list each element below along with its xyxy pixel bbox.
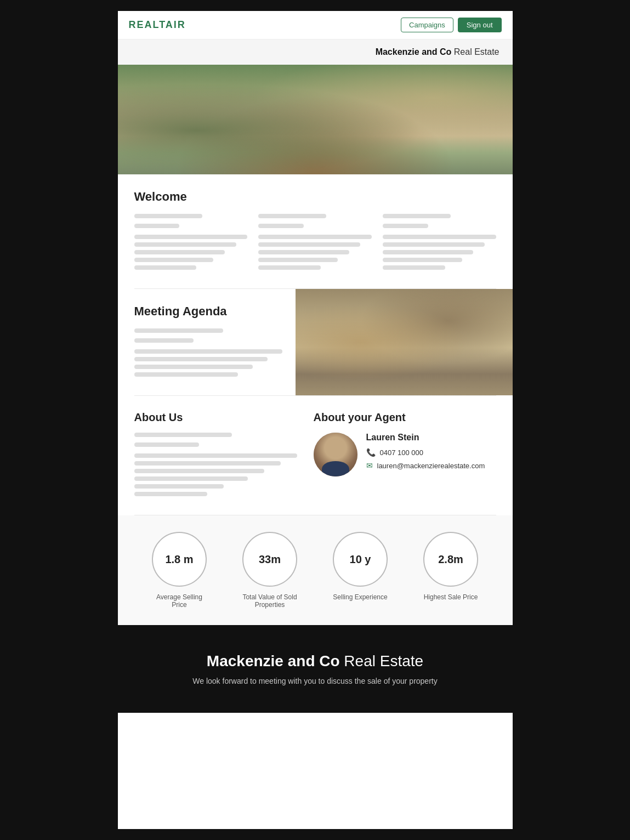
about-us-title: About Us: [134, 411, 297, 424]
welcome-placeholder-content: [134, 214, 496, 273]
agency-name-bold: Mackenzie and Co: [376, 47, 452, 56]
footer-subtitle: We look forward to meeting with you to d…: [134, 677, 496, 685]
ph-line: [134, 242, 236, 247]
ph-line: [258, 242, 360, 247]
stat-label: Highest Sale Price: [424, 593, 478, 601]
meeting-image-inner: [296, 289, 513, 395]
ph-line: [134, 476, 248, 481]
hero-image-inner: [118, 65, 513, 174]
ph-line: [134, 484, 224, 489]
footer-name-bold: Mackenzie and Co: [207, 652, 340, 669]
ph-line: [134, 442, 200, 447]
stat-label: Average Selling Price: [152, 593, 207, 609]
ph-line: [383, 224, 428, 228]
ph-line: [383, 242, 485, 247]
agent-phone-row: 📞 0407 100 000: [366, 448, 485, 457]
agent-contact: Lauren Stein 📞 0407 100 000 ✉ lauren@mac…: [366, 433, 485, 474]
stat-circle: 1.8 m: [152, 532, 207, 587]
ph-line: [383, 214, 451, 218]
logo: REALTAIR: [129, 19, 186, 31]
about-us: About Us: [134, 411, 297, 500]
stat-item: 2.8m Highest Sale Price: [423, 532, 478, 601]
agency-bar: Mackenzie and Co Real Estate: [118, 39, 513, 65]
meeting-title: Meeting Agenda: [134, 304, 282, 319]
ph-line: [383, 258, 462, 262]
ph-line: [258, 250, 349, 254]
stat-circle: 2.8m: [423, 532, 478, 587]
agent-avatar-image: [314, 433, 357, 476]
ph-line: [134, 258, 214, 262]
agent-avatar: [314, 433, 357, 476]
ph-line: [383, 235, 496, 239]
welcome-col-2: [258, 214, 372, 273]
stat-circle: 33m: [242, 532, 297, 587]
phone-icon: 📞: [366, 448, 376, 457]
ph-line: [383, 250, 473, 254]
footer-name-regular: Real Estate: [340, 652, 424, 669]
ph-line: [134, 492, 208, 496]
campaigns-button[interactable]: Campaigns: [401, 18, 453, 32]
welcome-col-1: [134, 214, 248, 273]
ph-line: [258, 214, 326, 218]
meeting-section: Meeting Agenda: [118, 289, 513, 395]
welcome-col-3: [383, 214, 496, 273]
hero-image: [118, 65, 513, 174]
signout-button[interactable]: Sign out: [458, 18, 502, 32]
stat-item: 10 y Selling Experience: [333, 532, 388, 601]
ph-line: [134, 265, 197, 270]
email-icon: ✉: [366, 461, 373, 470]
about-section: About Us About your Agent Lauren Stein 📞: [118, 396, 513, 515]
ph-line: [134, 357, 268, 361]
ph-line: [134, 235, 248, 239]
header-actions: Campaigns Sign out: [401, 18, 501, 32]
stat-label: Selling Experience: [333, 593, 387, 601]
agent-phone: 0407 100 000: [380, 449, 424, 457]
ph-line: [134, 372, 238, 377]
about-agent: About your Agent Lauren Stein 📞 0407 100…: [314, 411, 496, 500]
ph-line: [134, 365, 253, 369]
ph-line: [134, 214, 202, 218]
ph-line: [134, 250, 225, 254]
ph-line: [134, 453, 297, 458]
footer-section: Mackenzie and Co Real Estate We look for…: [118, 625, 513, 713]
stat-circle: 10 y: [333, 532, 388, 587]
ph-line: [134, 433, 232, 437]
welcome-section: Welcome: [118, 174, 513, 288]
meeting-image: [296, 289, 513, 395]
ph-line: [134, 349, 282, 354]
footer-title: Mackenzie and Co Real Estate: [134, 652, 496, 670]
ph-line: [258, 258, 338, 262]
agent-info: Lauren Stein 📞 0407 100 000 ✉ lauren@mac…: [314, 433, 496, 476]
agent-name: Lauren Stein: [366, 433, 485, 442]
stats-section: 1.8 m Average Selling Price 33m Total Va…: [118, 515, 513, 625]
header: REALTAIR Campaigns Sign out: [118, 11, 513, 39]
stat-item: 1.8 m Average Selling Price: [152, 532, 207, 609]
agent-email: lauren@mackenzierealestate.com: [377, 462, 485, 470]
ph-line: [134, 469, 265, 473]
about-agent-title: About your Agent: [314, 411, 496, 424]
stat-item: 33m Total Value of Sold Properties: [242, 532, 297, 609]
ph-line: [258, 224, 304, 228]
ph-line: [383, 265, 445, 270]
ph-line: [134, 224, 180, 228]
ph-line: [258, 265, 321, 270]
agent-email-row: ✉ lauren@mackenzierealestate.com: [366, 461, 485, 470]
meeting-left: Meeting Agenda: [118, 289, 296, 395]
ph-line: [134, 328, 223, 333]
agency-name-regular: Real Estate: [451, 47, 499, 56]
welcome-title: Welcome: [134, 190, 496, 204]
ph-line: [258, 235, 372, 239]
ph-line: [134, 461, 281, 466]
ph-line: [134, 338, 194, 343]
stat-label: Total Value of Sold Properties: [242, 593, 297, 609]
